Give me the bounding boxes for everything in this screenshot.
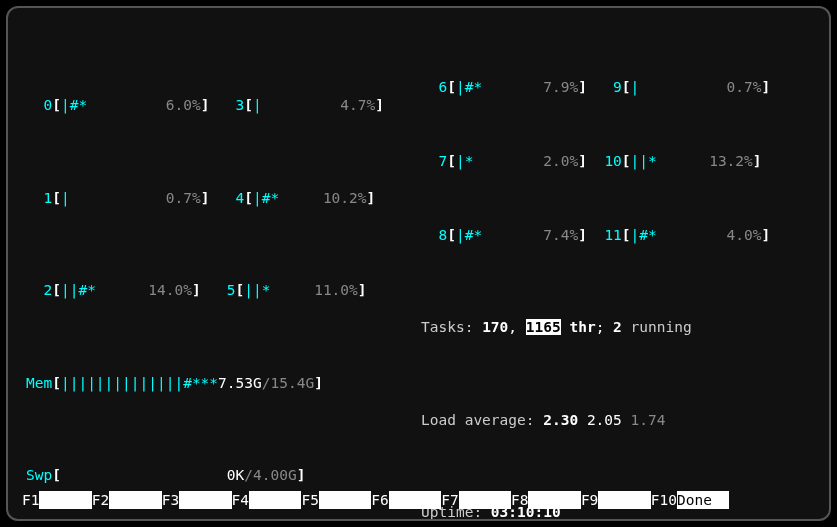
cpu10-pct: 13.2% <box>709 153 753 169</box>
mem-row: Mem[||||||||||||||#***7.53G/15.4G] <box>26 355 421 392</box>
cpu5-pct: 11.0% <box>314 282 358 298</box>
function-key-bar: F1 F2 F3 F4 F5 F6 F7 F8 F9 F10Done <box>22 491 815 510</box>
cpu11-pct: 4.0% <box>718 227 762 243</box>
fkey-f9-action[interactable] <box>598 491 650 510</box>
cpu1-id: 1 <box>26 190 52 206</box>
cpu0-pct: 6.0% <box>157 97 201 113</box>
fkey-f10-action[interactable]: Done <box>677 491 729 510</box>
fkey-f2-label: F2 <box>92 491 109 510</box>
cpu-row-0-3: 0[|#* 6.0%] 3[| 4.7%] <box>26 78 421 115</box>
tasks-running: 2 <box>613 319 622 335</box>
fkey-f1-action[interactable] <box>39 491 91 510</box>
fkey-f10-label: F10 <box>651 491 677 510</box>
cpu0-bar: |#* <box>61 97 157 113</box>
cpu-row-2-5: 2[||#* 14.0%] 5[||* 11.0%] <box>26 263 421 300</box>
cpu9-id: 9 <box>613 79 622 95</box>
mem-used: 7.53G <box>218 375 262 391</box>
cpu7-bar: |* <box>456 153 535 169</box>
fkey-f2-action[interactable] <box>109 491 161 510</box>
fkey-f1-label: F1 <box>22 491 39 510</box>
top-meters: 0[|#* 6.0%] 3[| 4.7%] 1[| 0.7%] 4[|#* 10… <box>8 22 829 521</box>
fkey-f7-action[interactable] <box>459 491 511 510</box>
mem-bar: ||||||||||||||#*** <box>61 375 218 391</box>
tasks-label: Tasks: <box>421 319 473 335</box>
fkey-f5-action[interactable] <box>319 491 371 510</box>
cpu3-id: 3 <box>236 97 245 113</box>
tasks-thr-label: thr <box>561 319 596 335</box>
cpu7-id: 7 <box>421 153 447 169</box>
load-3: 1.74 <box>631 412 666 428</box>
cpu6-bar: |#* <box>456 79 535 95</box>
tasks-procs: 170 <box>482 319 508 335</box>
swp-bar <box>61 467 227 483</box>
cpu-row-6-9: 6[|#* 7.9%] 9[| 0.7%] <box>421 59 811 96</box>
mem-total: 15.4G <box>270 375 314 391</box>
cpu4-id: 4 <box>236 190 245 206</box>
cpu10-id: 10 <box>604 153 621 169</box>
cpu5-bar: ||* <box>244 282 314 298</box>
cpu8-id: 8 <box>421 227 447 243</box>
load-2: 2.05 <box>587 412 622 428</box>
fkey-f8-action[interactable] <box>528 491 580 510</box>
fkey-f4-action[interactable] <box>249 491 301 510</box>
load-row: Load average: 2.30 2.05 1.74 <box>421 392 811 429</box>
cpu8-bar: |#* <box>456 227 535 243</box>
cpu0-id: 0 <box>26 97 52 113</box>
cpu4-pct: 10.2% <box>323 190 367 206</box>
cpu9-bar: | <box>631 79 718 95</box>
cpu-row-8-11: 8[|#* 7.4%] 11[|#* 4.0%] <box>421 207 811 244</box>
htop-window: 0[|#* 6.0%] 3[| 4.7%] 1[| 0.7%] 4[|#* 10… <box>6 6 831 521</box>
load-1: 2.30 <box>543 412 578 428</box>
cpu9-pct: 0.7% <box>718 79 762 95</box>
fkey-f3-action[interactable] <box>179 491 231 510</box>
cpu8-pct: 7.4% <box>535 227 579 243</box>
swp-label: Swp <box>26 467 52 483</box>
mem-label: Mem <box>26 375 52 391</box>
tasks-thr: 1165 <box>526 319 561 335</box>
fkey-f7-label: F7 <box>441 491 458 510</box>
fkey-f5-label: F5 <box>301 491 318 510</box>
fkey-f4-label: F4 <box>232 491 249 510</box>
cpu5-id: 5 <box>227 282 236 298</box>
cpu4-bar: |#* <box>253 190 323 206</box>
cpu1-pct: 0.7% <box>157 190 201 206</box>
swp-row: Swp[ 0K/4.00G] <box>26 448 421 485</box>
cpu2-bar: ||#* <box>61 282 148 298</box>
cpu10-bar: ||* <box>631 153 710 169</box>
fkey-f6-action[interactable] <box>389 491 441 510</box>
fkey-f6-label: F6 <box>371 491 388 510</box>
cpu2-pct: 14.0% <box>148 282 192 298</box>
cpu7-pct: 2.0% <box>535 153 579 169</box>
cpu6-id: 6 <box>421 79 447 95</box>
tasks-row: Tasks: 170, 1165 thr; 2 running <box>421 300 811 337</box>
cpu3-pct: 4.7% <box>332 97 376 113</box>
cpu2-id: 2 <box>26 282 52 298</box>
cpu1-bar: | <box>61 190 157 206</box>
top-left-block: 0[|#* 6.0%] 3[| 4.7%] 1[| 0.7%] 4[|#* 10… <box>26 22 421 521</box>
fkey-f8-label: F8 <box>511 491 528 510</box>
cpu6-pct: 7.9% <box>535 79 579 95</box>
fkey-f9-label: F9 <box>581 491 598 510</box>
swp-used: 0K <box>227 467 244 483</box>
fkey-f3-label: F3 <box>162 491 179 510</box>
tasks-running-label: running <box>622 319 692 335</box>
cpu11-bar: |#* <box>631 227 718 243</box>
cpu-row-7-10: 7[|* 2.0%] 10[||* 13.2%] <box>421 133 811 170</box>
cpu-row-1-4: 1[| 0.7%] 4[|#* 10.2%] <box>26 170 421 207</box>
load-label: Load average: <box>421 412 535 428</box>
cpu3-bar: | <box>253 97 332 113</box>
top-right-block: 6[|#* 7.9%] 9[| 0.7%] 7[|* 2.0%] 10[||* … <box>421 22 811 521</box>
swp-total: 4.00G <box>253 467 297 483</box>
cpu11-id: 11 <box>604 227 621 243</box>
